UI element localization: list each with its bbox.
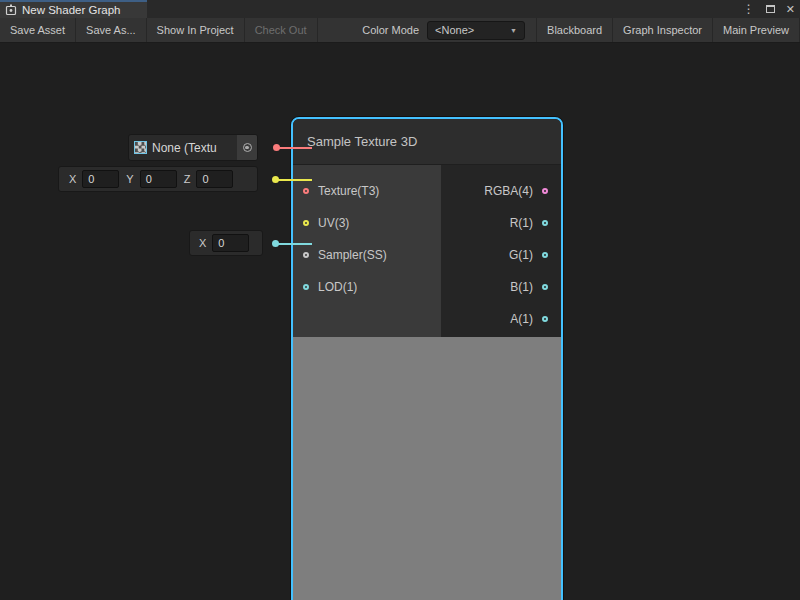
x-axis-label: X (199, 237, 206, 249)
output-row-a: A(1) (441, 303, 561, 335)
port-label: Sampler(SS) (318, 248, 387, 262)
x-axis-label: X (69, 173, 76, 185)
maximize-icon[interactable] (766, 5, 775, 13)
texture-object-field[interactable]: None (Textu (128, 134, 258, 161)
node-title: Sample Texture 3D (307, 134, 417, 149)
node-body: Texture(T3) UV(3) Sampler(SS) LOD(1) (293, 165, 561, 337)
edge-lod[interactable] (276, 243, 312, 245)
port-label: A(1) (510, 312, 533, 326)
output-row-rgba: RGBA(4) (441, 175, 561, 207)
port-rgba-output[interactable] (542, 188, 548, 194)
output-row-b: B(1) (441, 271, 561, 303)
edge-lod-endpoint (272, 240, 279, 247)
port-label: G(1) (509, 248, 533, 262)
texture-thumbnail-icon (134, 141, 147, 154)
z-axis-label: Z (184, 173, 191, 185)
input-row-texture: Texture(T3) (293, 175, 441, 207)
color-mode-value: <None> (435, 24, 474, 36)
shader-graph-icon (5, 4, 17, 16)
color-mode-dropdown[interactable]: <None> ▼ (427, 21, 525, 40)
output-row-g: G(1) (441, 239, 561, 271)
port-b-output[interactable] (542, 284, 548, 290)
input-row-uv: UV(3) (293, 207, 441, 239)
window-controls: ⋮ ✕ (743, 0, 795, 18)
menu-icon[interactable]: ⋮ (743, 3, 755, 15)
texture-field-value: None (Textu (152, 141, 237, 155)
node-output-column: RGBA(4) R(1) G(1) B(1) (441, 165, 561, 337)
show-in-project-button[interactable]: Show In Project (147, 18, 245, 42)
y-axis-label: Y (126, 173, 133, 185)
object-picker-icon (243, 143, 252, 152)
uv-vector3-field: X 0 Y 0 Z 0 (58, 166, 258, 192)
blackboard-button[interactable]: Blackboard (536, 18, 613, 42)
edge-uv-endpoint (272, 176, 279, 183)
port-label: LOD(1) (318, 280, 357, 294)
input-row-sampler: Sampler(SS) (293, 239, 441, 271)
graph-inspector-button[interactable]: Graph Inspector (613, 18, 713, 42)
shader-graph-window: New Shader Graph ⋮ ✕ Save Asset Save As.… (0, 0, 800, 600)
main-preview-button[interactable]: Main Preview (713, 18, 800, 42)
port-r-output[interactable] (542, 220, 548, 226)
object-picker-button[interactable] (237, 135, 257, 160)
port-texture-input[interactable] (303, 188, 309, 194)
port-sampler-input[interactable] (303, 252, 309, 258)
lod-float-field: X 0 (189, 230, 263, 256)
port-label: B(1) (510, 280, 533, 294)
edge-texture[interactable] (277, 147, 312, 149)
uv-y-input[interactable]: 0 (140, 170, 177, 188)
input-row-lod: LOD(1) (293, 271, 441, 303)
color-mode-label: Color Mode (362, 24, 419, 36)
edge-uv[interactable] (276, 179, 312, 181)
port-label: RGBA(4) (484, 184, 533, 198)
port-label: R(1) (510, 216, 533, 230)
node-preview (293, 337, 561, 600)
edge-texture-endpoint (273, 144, 280, 151)
graph-canvas[interactable]: Sample Texture 3D Texture(T3) UV(3) Samp… (0, 43, 800, 600)
tab-bar: New Shader Graph ⋮ ✕ (0, 0, 800, 18)
tab-new-shader-graph[interactable]: New Shader Graph (0, 0, 147, 18)
save-as-button[interactable]: Save As... (76, 18, 147, 42)
tab-title: New Shader Graph (22, 4, 120, 16)
save-asset-button[interactable]: Save Asset (0, 18, 76, 42)
check-out-button[interactable]: Check Out (245, 18, 318, 42)
toolbar-spacer (318, 18, 363, 42)
chevron-down-icon: ▼ (510, 27, 517, 34)
uv-x-input[interactable]: 0 (82, 170, 119, 188)
port-a-output[interactable] (542, 316, 548, 322)
lod-input[interactable]: 0 (212, 234, 249, 252)
uv-z-input[interactable]: 0 (196, 170, 233, 188)
port-label: Texture(T3) (318, 184, 379, 198)
port-lod-input[interactable] (303, 284, 309, 290)
port-label: UV(3) (318, 216, 349, 230)
toolbar: Save Asset Save As... Show In Project Ch… (0, 18, 800, 43)
close-icon[interactable]: ✕ (786, 4, 795, 15)
node-input-column: Texture(T3) UV(3) Sampler(SS) LOD(1) (293, 165, 441, 337)
port-uv-input[interactable] (303, 220, 309, 226)
node-sample-texture-3d[interactable]: Sample Texture 3D Texture(T3) UV(3) Samp… (291, 117, 563, 600)
output-row-r: R(1) (441, 207, 561, 239)
port-g-output[interactable] (542, 252, 548, 258)
node-header[interactable]: Sample Texture 3D (293, 119, 561, 165)
